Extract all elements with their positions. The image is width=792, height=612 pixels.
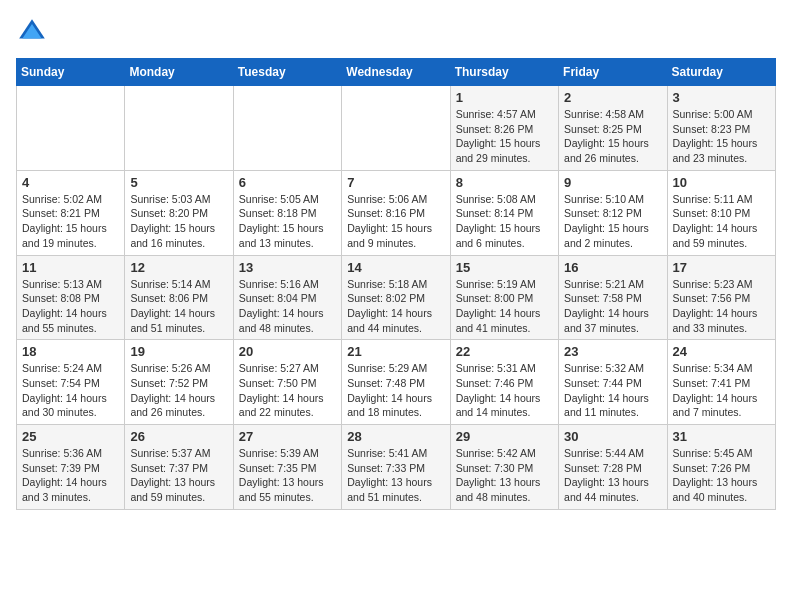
- calendar-day-cell: 21Sunrise: 5:29 AM Sunset: 7:48 PM Dayli…: [342, 340, 450, 425]
- day-number: 22: [456, 344, 553, 359]
- calendar-day-cell: 15Sunrise: 5:19 AM Sunset: 8:00 PM Dayli…: [450, 255, 558, 340]
- day-number: 1: [456, 90, 553, 105]
- day-info: Sunrise: 5:03 AM Sunset: 8:20 PM Dayligh…: [130, 192, 227, 251]
- day-info: Sunrise: 5:13 AM Sunset: 8:08 PM Dayligh…: [22, 277, 119, 336]
- day-info: Sunrise: 5:19 AM Sunset: 8:00 PM Dayligh…: [456, 277, 553, 336]
- day-info: Sunrise: 5:06 AM Sunset: 8:16 PM Dayligh…: [347, 192, 444, 251]
- day-number: 2: [564, 90, 661, 105]
- calendar-day-cell: [233, 86, 341, 171]
- day-info: Sunrise: 4:58 AM Sunset: 8:25 PM Dayligh…: [564, 107, 661, 166]
- day-info: Sunrise: 5:31 AM Sunset: 7:46 PM Dayligh…: [456, 361, 553, 420]
- day-number: 26: [130, 429, 227, 444]
- page-header: [16, 16, 776, 48]
- day-info: Sunrise: 5:44 AM Sunset: 7:28 PM Dayligh…: [564, 446, 661, 505]
- day-number: 19: [130, 344, 227, 359]
- calendar-day-cell: 19Sunrise: 5:26 AM Sunset: 7:52 PM Dayli…: [125, 340, 233, 425]
- day-number: 28: [347, 429, 444, 444]
- calendar-day-cell: 22Sunrise: 5:31 AM Sunset: 7:46 PM Dayli…: [450, 340, 558, 425]
- day-info: Sunrise: 5:36 AM Sunset: 7:39 PM Dayligh…: [22, 446, 119, 505]
- day-number: 14: [347, 260, 444, 275]
- day-number: 7: [347, 175, 444, 190]
- calendar-day-cell: 6Sunrise: 5:05 AM Sunset: 8:18 PM Daylig…: [233, 170, 341, 255]
- day-info: Sunrise: 5:02 AM Sunset: 8:21 PM Dayligh…: [22, 192, 119, 251]
- day-info: Sunrise: 5:05 AM Sunset: 8:18 PM Dayligh…: [239, 192, 336, 251]
- calendar-day-cell: 16Sunrise: 5:21 AM Sunset: 7:58 PM Dayli…: [559, 255, 667, 340]
- calendar-day-cell: 11Sunrise: 5:13 AM Sunset: 8:08 PM Dayli…: [17, 255, 125, 340]
- day-info: Sunrise: 5:34 AM Sunset: 7:41 PM Dayligh…: [673, 361, 770, 420]
- calendar-day-cell: 23Sunrise: 5:32 AM Sunset: 7:44 PM Dayli…: [559, 340, 667, 425]
- day-number: 8: [456, 175, 553, 190]
- day-info: Sunrise: 5:14 AM Sunset: 8:06 PM Dayligh…: [130, 277, 227, 336]
- calendar-day-cell: [342, 86, 450, 171]
- calendar-day-cell: 26Sunrise: 5:37 AM Sunset: 7:37 PM Dayli…: [125, 425, 233, 510]
- day-number: 30: [564, 429, 661, 444]
- weekday-header: Thursday: [450, 59, 558, 86]
- day-info: Sunrise: 5:45 AM Sunset: 7:26 PM Dayligh…: [673, 446, 770, 505]
- calendar-day-cell: 10Sunrise: 5:11 AM Sunset: 8:10 PM Dayli…: [667, 170, 775, 255]
- day-number: 25: [22, 429, 119, 444]
- calendar-day-cell: 12Sunrise: 5:14 AM Sunset: 8:06 PM Dayli…: [125, 255, 233, 340]
- calendar-day-cell: 7Sunrise: 5:06 AM Sunset: 8:16 PM Daylig…: [342, 170, 450, 255]
- calendar-day-cell: 13Sunrise: 5:16 AM Sunset: 8:04 PM Dayli…: [233, 255, 341, 340]
- day-number: 31: [673, 429, 770, 444]
- weekday-header: Wednesday: [342, 59, 450, 86]
- weekday-header: Monday: [125, 59, 233, 86]
- day-info: Sunrise: 5:16 AM Sunset: 8:04 PM Dayligh…: [239, 277, 336, 336]
- day-number: 17: [673, 260, 770, 275]
- calendar-day-cell: 14Sunrise: 5:18 AM Sunset: 8:02 PM Dayli…: [342, 255, 450, 340]
- day-info: Sunrise: 5:27 AM Sunset: 7:50 PM Dayligh…: [239, 361, 336, 420]
- calendar-day-cell: 4Sunrise: 5:02 AM Sunset: 8:21 PM Daylig…: [17, 170, 125, 255]
- day-info: Sunrise: 5:39 AM Sunset: 7:35 PM Dayligh…: [239, 446, 336, 505]
- calendar-day-cell: 1Sunrise: 4:57 AM Sunset: 8:26 PM Daylig…: [450, 86, 558, 171]
- day-number: 24: [673, 344, 770, 359]
- calendar-week-row: 11Sunrise: 5:13 AM Sunset: 8:08 PM Dayli…: [17, 255, 776, 340]
- calendar-day-cell: 30Sunrise: 5:44 AM Sunset: 7:28 PM Dayli…: [559, 425, 667, 510]
- day-info: Sunrise: 5:00 AM Sunset: 8:23 PM Dayligh…: [673, 107, 770, 166]
- day-info: Sunrise: 5:24 AM Sunset: 7:54 PM Dayligh…: [22, 361, 119, 420]
- day-number: 20: [239, 344, 336, 359]
- day-info: Sunrise: 5:21 AM Sunset: 7:58 PM Dayligh…: [564, 277, 661, 336]
- calendar-day-cell: [17, 86, 125, 171]
- calendar-day-cell: 27Sunrise: 5:39 AM Sunset: 7:35 PM Dayli…: [233, 425, 341, 510]
- weekday-header: Saturday: [667, 59, 775, 86]
- calendar-day-cell: 2Sunrise: 4:58 AM Sunset: 8:25 PM Daylig…: [559, 86, 667, 171]
- calendar-week-row: 18Sunrise: 5:24 AM Sunset: 7:54 PM Dayli…: [17, 340, 776, 425]
- day-number: 4: [22, 175, 119, 190]
- calendar-day-cell: 18Sunrise: 5:24 AM Sunset: 7:54 PM Dayli…: [17, 340, 125, 425]
- weekday-header: Sunday: [17, 59, 125, 86]
- day-info: Sunrise: 5:37 AM Sunset: 7:37 PM Dayligh…: [130, 446, 227, 505]
- calendar-day-cell: 25Sunrise: 5:36 AM Sunset: 7:39 PM Dayli…: [17, 425, 125, 510]
- day-number: 27: [239, 429, 336, 444]
- day-info: Sunrise: 5:32 AM Sunset: 7:44 PM Dayligh…: [564, 361, 661, 420]
- calendar-day-cell: 8Sunrise: 5:08 AM Sunset: 8:14 PM Daylig…: [450, 170, 558, 255]
- day-info: Sunrise: 5:10 AM Sunset: 8:12 PM Dayligh…: [564, 192, 661, 251]
- calendar-week-row: 1Sunrise: 4:57 AM Sunset: 8:26 PM Daylig…: [17, 86, 776, 171]
- day-number: 29: [456, 429, 553, 444]
- day-info: Sunrise: 5:41 AM Sunset: 7:33 PM Dayligh…: [347, 446, 444, 505]
- day-info: Sunrise: 5:11 AM Sunset: 8:10 PM Dayligh…: [673, 192, 770, 251]
- calendar-week-row: 4Sunrise: 5:02 AM Sunset: 8:21 PM Daylig…: [17, 170, 776, 255]
- calendar-day-cell: 9Sunrise: 5:10 AM Sunset: 8:12 PM Daylig…: [559, 170, 667, 255]
- day-info: Sunrise: 5:18 AM Sunset: 8:02 PM Dayligh…: [347, 277, 444, 336]
- day-number: 3: [673, 90, 770, 105]
- calendar-day-cell: 31Sunrise: 5:45 AM Sunset: 7:26 PM Dayli…: [667, 425, 775, 510]
- weekday-header: Tuesday: [233, 59, 341, 86]
- day-number: 6: [239, 175, 336, 190]
- day-number: 10: [673, 175, 770, 190]
- day-number: 21: [347, 344, 444, 359]
- calendar-day-cell: [125, 86, 233, 171]
- calendar-header-row: SundayMondayTuesdayWednesdayThursdayFrid…: [17, 59, 776, 86]
- day-info: Sunrise: 5:08 AM Sunset: 8:14 PM Dayligh…: [456, 192, 553, 251]
- weekday-header: Friday: [559, 59, 667, 86]
- day-number: 13: [239, 260, 336, 275]
- day-info: Sunrise: 5:23 AM Sunset: 7:56 PM Dayligh…: [673, 277, 770, 336]
- logo: [16, 16, 52, 48]
- day-info: Sunrise: 4:57 AM Sunset: 8:26 PM Dayligh…: [456, 107, 553, 166]
- calendar-day-cell: 29Sunrise: 5:42 AM Sunset: 7:30 PM Dayli…: [450, 425, 558, 510]
- calendar-day-cell: 28Sunrise: 5:41 AM Sunset: 7:33 PM Dayli…: [342, 425, 450, 510]
- day-number: 11: [22, 260, 119, 275]
- calendar-week-row: 25Sunrise: 5:36 AM Sunset: 7:39 PM Dayli…: [17, 425, 776, 510]
- calendar-day-cell: 20Sunrise: 5:27 AM Sunset: 7:50 PM Dayli…: [233, 340, 341, 425]
- day-number: 5: [130, 175, 227, 190]
- day-info: Sunrise: 5:26 AM Sunset: 7:52 PM Dayligh…: [130, 361, 227, 420]
